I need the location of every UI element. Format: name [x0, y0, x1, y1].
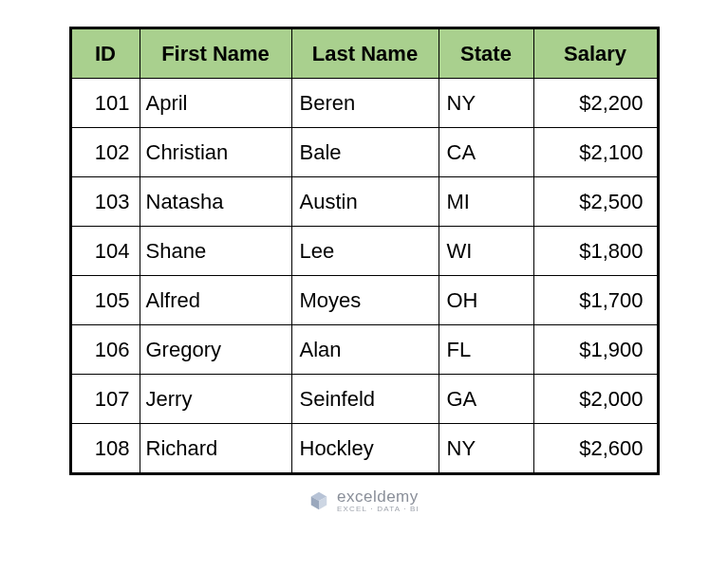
table-row: 101 April Beren NY $2,200 [71, 79, 657, 128]
cell-first-name: Alfred [140, 276, 291, 325]
table-row: 107 Jerry Seinfeld GA $2,000 [71, 375, 657, 424]
cell-state: FL [439, 325, 533, 375]
header-id: ID [71, 29, 140, 79]
cell-id: 103 [71, 177, 140, 227]
cell-salary: $2,500 [533, 177, 657, 227]
cell-id: 107 [71, 375, 140, 424]
table-row: 103 Natasha Austin MI $2,500 [71, 177, 657, 227]
cell-state: GA [439, 375, 533, 424]
cell-state: CA [439, 128, 533, 177]
cell-id: 102 [71, 128, 140, 177]
cell-salary: $1,700 [533, 276, 657, 325]
cell-last-name: Lee [291, 227, 439, 276]
cell-salary: $1,800 [533, 227, 657, 276]
cell-id: 104 [71, 227, 140, 276]
cell-first-name: Gregory [140, 325, 291, 375]
cell-salary: $2,600 [533, 424, 657, 473]
cell-first-name: Natasha [140, 177, 291, 227]
cell-last-name: Hockley [291, 424, 439, 473]
table-header-row: ID First Name Last Name State Salary [71, 29, 657, 79]
header-state: State [439, 29, 533, 79]
cell-salary: $2,200 [533, 79, 657, 128]
cell-id: 106 [71, 325, 140, 375]
data-table: ID First Name Last Name State Salary 101… [71, 28, 658, 473]
cell-last-name: Beren [291, 79, 439, 128]
cell-state: NY [439, 79, 533, 128]
cell-salary: $1,900 [533, 325, 657, 375]
table-body: 101 April Beren NY $2,200 102 Christian … [71, 79, 657, 473]
cell-first-name: Shane [140, 227, 291, 276]
table-row: 102 Christian Bale CA $2,100 [71, 128, 657, 177]
cell-first-name: April [140, 79, 291, 128]
cube-icon [308, 490, 329, 511]
cell-last-name: Seinfeld [291, 375, 439, 424]
footer-text: exceldemy EXCEL · DATA · BI [337, 488, 420, 513]
header-first-name: First Name [140, 29, 291, 79]
table-row: 108 Richard Hockley NY $2,600 [71, 424, 657, 473]
cell-last-name: Alan [291, 325, 439, 375]
cell-state: OH [439, 276, 533, 325]
cell-last-name: Austin [291, 177, 439, 227]
table-row: 106 Gregory Alan FL $1,900 [71, 325, 657, 375]
cell-last-name: Moyes [291, 276, 439, 325]
table-row: 104 Shane Lee WI $1,800 [71, 227, 657, 276]
header-last-name: Last Name [291, 29, 439, 79]
cell-first-name: Richard [140, 424, 291, 473]
cell-first-name: Christian [140, 128, 291, 177]
footer-branding: exceldemy EXCEL · DATA · BI [308, 488, 420, 513]
header-salary: Salary [533, 29, 657, 79]
data-table-container: ID First Name Last Name State Salary 101… [69, 27, 660, 475]
cell-first-name: Jerry [140, 375, 291, 424]
table-row: 105 Alfred Moyes OH $1,700 [71, 276, 657, 325]
cell-id: 108 [71, 424, 140, 473]
cell-state: NY [439, 424, 533, 473]
cell-state: MI [439, 177, 533, 227]
footer-brand-name: exceldemy [337, 488, 420, 506]
cell-last-name: Bale [291, 128, 439, 177]
cell-state: WI [439, 227, 533, 276]
cell-id: 105 [71, 276, 140, 325]
cell-salary: $2,100 [533, 128, 657, 177]
footer-tagline: EXCEL · DATA · BI [337, 506, 420, 513]
cell-salary: $2,000 [533, 375, 657, 424]
cell-id: 101 [71, 79, 140, 128]
